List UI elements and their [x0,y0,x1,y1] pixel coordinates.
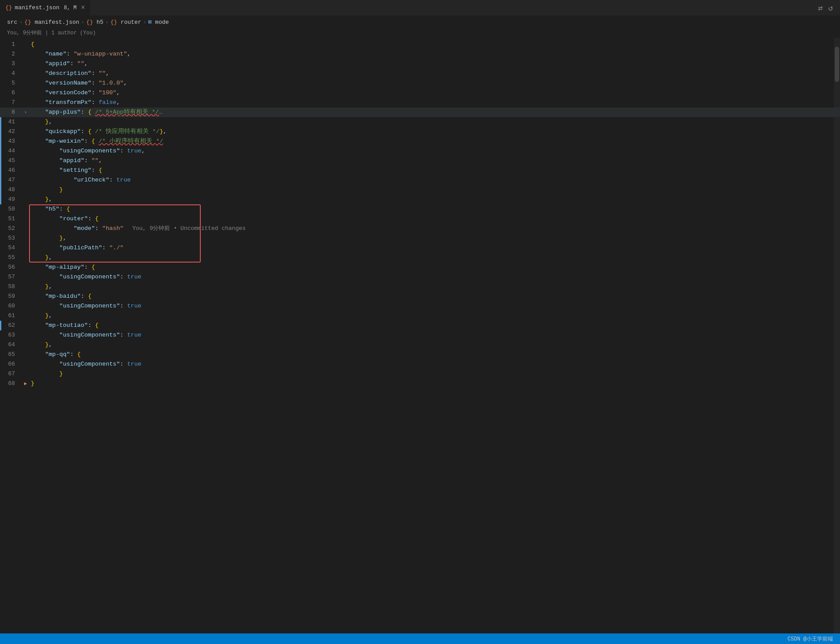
line-content-52: "mode": "hash"You, 9分钟前 • Uncommitted ch… [29,224,840,233]
line-content-49: }, [29,195,840,204]
line-content-5: "versionName": "1.0.0", [29,78,840,88]
line-num-63: 63 [0,330,22,340]
breadcrumb-manifest[interactable]: {} manifest.json [24,19,79,26]
line-num-46: 46 [0,166,22,175]
line-41: 41 }, [0,117,840,127]
line-num-51: 51 [0,214,22,224]
line-num-43: 43 [0,137,22,146]
line-60: 60 "usingComponents": true [0,301,840,311]
line-content-42: "quickapp": { /* 快应用特有相关 */}, [29,127,840,137]
line-content-8: "app-plus": { /* 5+App特有相关 */… [29,107,840,117]
line-56: 56 "mp-alipay": { [0,263,840,272]
line-content-59: "mp-baidu": { [29,292,840,301]
line-8: 8 › "app-plus": { /* 5+App特有相关 */… [0,107,840,117]
line-num-53: 53 [0,233,22,243]
breadcrumb-src[interactable]: src [7,19,17,26]
line-content-62: "mp-toutiao": { [29,321,840,330]
line-num-64: 64 [0,340,22,350]
line-content-61: }, [29,311,840,321]
line-content-57: "usingComponents": true [29,272,840,282]
line-63: 63 "usingComponents": true [0,330,840,340]
breadcrumb-h5[interactable]: {} h5 [86,19,103,26]
line-49: 49 }, [0,195,840,204]
line-59: 59 "mp-baidu": { [0,292,840,301]
line-num-66: 66 [0,359,22,369]
line-num-6: 6 [0,88,22,98]
line-content-51: "router": { [29,214,840,224]
line-content-46: "setting": { [29,166,840,175]
active-tab[interactable]: {} manifest.json 8, M × [0,0,91,16]
line-content-54: "publicPath": "./" [29,243,840,253]
line-num-48: 48 [0,185,22,195]
line-content-43: "mp-weixin": { /* 小程序特有相关 */ [29,137,840,146]
line-61: 61 }, [0,311,840,321]
line-47: 47 "urlCheck": true [0,175,840,185]
line-num-8: 8 [0,107,22,117]
line-num-49: 49 [0,195,22,204]
line-50: 50 "h5": { [0,204,840,214]
line-content-50: "h5": { [29,204,840,214]
line-num-59: 59 [0,292,22,301]
line-num-62: 62 [0,321,22,330]
line-num-60: 60 [0,301,22,311]
undo-icon[interactable]: ↺ [828,3,833,13]
line-content-7: "transformPx": false, [29,98,840,107]
tab-bar: {} manifest.json 8, M × ⇄ ↺ [0,0,840,16]
breadcrumb-router[interactable]: {} router [111,19,141,26]
watermark-text: CSDN @小王学前端 [788,635,833,643]
line-content-60: "usingComponents": true [29,301,840,311]
line-content-55: }, [29,253,840,263]
line-num-44: 44 [0,146,22,156]
line-num-47: 47 [0,175,22,185]
line-53: 53 }, [0,233,840,243]
line-65: 65 "mp-qq": { [0,350,840,359]
line-content-44: "usingComponents": true, [29,146,840,156]
line-num-68: 68 [0,379,22,389]
line-content-56: "mp-alipay": { [29,263,840,272]
line-62: 62 "mp-toutiao": { [0,321,840,330]
line-content-67: } [29,369,840,379]
status-bar: CSDN @小王学前端 [0,633,840,644]
tab-close-button[interactable]: × [81,4,85,12]
line-num-61: 61 [0,311,22,321]
line-51: 51 "router": { [0,214,840,224]
line-num-56: 56 [0,263,22,272]
line-54: 54 "publicPath": "./" [0,243,840,253]
line-num-5: 5 [0,78,22,88]
line-num-65: 65 [0,350,22,359]
line-66: 66 "usingComponents": true [0,359,840,369]
line-5: 5 "versionName": "1.0.0", [0,78,840,88]
line-46: 46 "setting": { [0,166,840,175]
breadcrumb-mode[interactable]: ⊞ mode [148,19,169,26]
line-4: 4 "description": "", [0,69,840,78]
line-num-42: 42 [0,127,22,137]
line-58: 58 }, [0,282,840,292]
line-num-41: 41 [0,117,22,127]
split-editor-icon[interactable]: ⇄ [818,3,823,13]
line-num-55: 55 [0,253,22,263]
line-num-67: 67 [0,369,22,379]
code-container: 1 { 2 "name": "w-uniapp-vant", 3 "appid"… [0,38,840,389]
line-67: 67 } [0,369,840,379]
line-content-4: "description": "", [29,69,840,78]
line-content-68: } [29,379,840,389]
line-content-3: "appid": "", [29,59,840,69]
line-45: 45 "appid": "", [0,156,840,166]
line-num-3: 3 [0,59,22,69]
line-48: 48 } [0,185,840,195]
line-content-53: }, [29,233,840,243]
line-num-54: 54 [0,243,22,253]
tab-label: manifest.json [15,4,59,11]
line-2: 2 "name": "w-uniapp-vant", [0,49,840,59]
line-42: 42 "quickapp": { /* 快应用特有相关 */}, [0,127,840,137]
highlighted-section: 50 "h5": { 51 "router": { 52 "mode": "ha… [0,204,840,263]
line-content-1: { [29,40,840,49]
breadcrumb: src › {} manifest.json › {} h5 › {} rout… [0,16,840,28]
line-3: 3 "appid": "", [0,59,840,69]
tab-bar-actions: ⇄ ↺ [818,3,840,13]
line-content-41: }, [29,117,840,127]
line-num-50: 50 [0,204,22,214]
line-num-45: 45 [0,156,22,166]
author-line: You, 9分钟前 | 1 author (You) [0,28,840,38]
line-55: 55 }, [0,253,840,263]
